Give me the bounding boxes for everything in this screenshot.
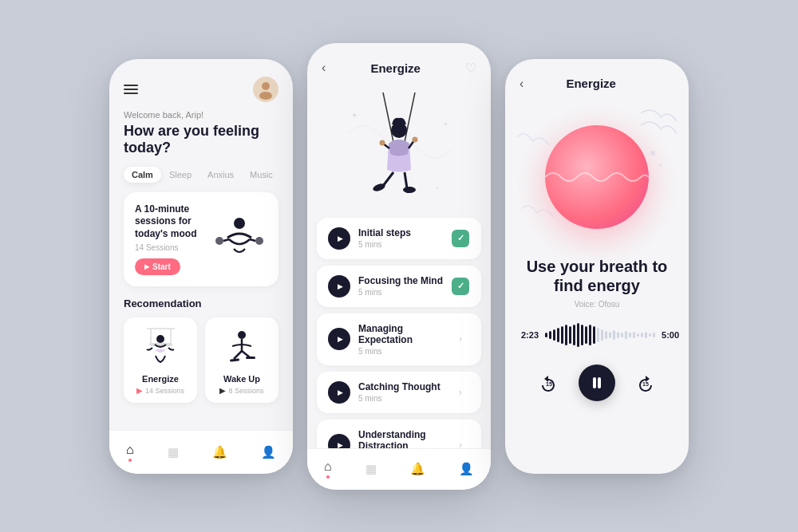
rewind-button[interactable]: 15 [534, 368, 563, 397]
svg-point-4 [215, 237, 223, 245]
player-main-text: Use your breath to find energy [524, 257, 670, 295]
svg-rect-36 [598, 377, 601, 388]
current-time: 2:23 [521, 330, 539, 340]
svg-line-21 [383, 172, 393, 186]
wakeup-sessions: ▶ 8 Sessions [213, 386, 271, 395]
player-header: ‹ Energize [505, 59, 689, 97]
back-button[interactable]: ‹ [322, 61, 326, 75]
card-sessions: 14 Sessions [135, 243, 211, 252]
nav-bell[interactable]: 🔔 [212, 445, 227, 459]
nav-home[interactable]: ⌂ [126, 443, 134, 462]
orb-area [505, 97, 689, 257]
nav-calendar[interactable]: ▦ [168, 445, 179, 459]
svg-line-22 [405, 172, 407, 188]
play-icon-1[interactable] [328, 275, 350, 298]
svg-text:✦: ✦ [351, 111, 358, 120]
avatar[interactable] [253, 77, 279, 102]
playlist-title: Energize [370, 61, 421, 75]
svg-point-1 [262, 82, 270, 90]
svg-point-3 [234, 218, 245, 229]
phone-home: Welcome back, Arip! How are you feeling … [109, 59, 293, 474]
svg-line-13 [234, 351, 242, 359]
play-icon-3[interactable] [328, 381, 350, 404]
rec-card-wakeup[interactable]: Wake Up ▶ 8 Sessions [205, 317, 279, 403]
svg-point-33 [659, 164, 662, 167]
nav-profile-2[interactable]: 👤 [459, 462, 474, 476]
phone-playlist: ‹ Energize ♡ [307, 43, 491, 490]
waveform[interactable] [545, 323, 655, 347]
recommendation-title: Recomendation [109, 298, 293, 317]
forward-button[interactable]: 15 [631, 368, 660, 397]
tab-calm[interactable]: Calm [124, 167, 161, 183]
svg-point-11 [238, 331, 246, 339]
playlist-header: ‹ Energize ♡ [307, 43, 491, 82]
player-voice: Voice: Ofosu [524, 300, 670, 309]
svg-point-10 [156, 335, 164, 343]
svg-point-2 [259, 92, 272, 100]
nav-profile[interactable]: 👤 [261, 445, 276, 459]
rec-cards-row: Energize ▶ 14 Sessions Wake Up [109, 317, 293, 403]
favorite-button[interactable]: ♡ [465, 61, 476, 76]
track-list: Initial steps 5 mins Focusing the Mind 5… [307, 218, 491, 471]
nav-calendar-2[interactable]: ▦ [365, 462, 377, 476]
track-dur-1: 5 mins [358, 288, 451, 297]
tab-sleep[interactable]: Sleep [161, 167, 200, 183]
svg-rect-16 [246, 357, 255, 359]
energize-illustration [132, 325, 189, 369]
feeling-title: How are you feeling today? [124, 123, 279, 157]
list-item-1[interactable]: Focusing the Mind 5 mins [317, 266, 481, 307]
menu-icon[interactable] [124, 85, 138, 94]
phone-player: ‹ Energize Use your breath to find energ… [505, 59, 689, 474]
svg-point-32 [650, 151, 655, 156]
tab-music[interactable]: Music [242, 167, 281, 183]
svg-text:15: 15 [642, 381, 649, 387]
player-orb [545, 125, 649, 229]
home-header [109, 59, 293, 110]
welcome-text: Welcome back, Arip! [124, 110, 279, 120]
welcome-section: Welcome back, Arip! How are you feeling … [109, 110, 293, 167]
svg-rect-9 [149, 343, 172, 346]
start-button[interactable]: Start [135, 258, 180, 275]
tab-anxius[interactable]: Anxius [200, 167, 242, 183]
playlist-hero: ✦ ✦ ✦ [307, 82, 491, 218]
play-icon-2[interactable] [328, 328, 350, 350]
wakeup-name: Wake Up [213, 374, 271, 384]
track-dur-2: 5 mins [358, 347, 451, 356]
energize-sessions: ▶ 14 Sessions [132, 386, 189, 395]
svg-text:15: 15 [546, 381, 552, 387]
list-item-3[interactable]: Catching Thought 5 mins › [317, 372, 481, 413]
bottom-nav-2: ⌂ ▦ 🔔 👤 [307, 448, 491, 490]
card-illustration [211, 215, 267, 263]
svg-point-28 [413, 136, 418, 142]
play-icon-0[interactable] [328, 227, 350, 250]
mood-tabs: Calm Sleep Anxius Music [109, 167, 293, 192]
svg-point-5 [255, 237, 263, 245]
progress-area: 2:23 5:00 [505, 317, 689, 358]
track-name-2: Managing Expectation [358, 323, 451, 345]
track-name-1: Focusing the Mind [358, 275, 451, 286]
svg-rect-15 [229, 358, 239, 361]
svg-text:✦: ✦ [435, 185, 440, 191]
total-time: 5:00 [662, 330, 679, 340]
list-item-2[interactable]: Managing Expectation 5 mins › [317, 313, 481, 365]
track-name-3: Catching Thought [358, 381, 451, 392]
completed-badge-1 [452, 278, 469, 295]
track-dur-3: 5 mins [358, 394, 451, 403]
track-dur-0: 5 mins [358, 240, 451, 249]
player-back-button[interactable]: ‹ [519, 77, 523, 91]
rec-card-energize[interactable]: Energize ▶ 14 Sessions [124, 317, 197, 403]
pause-button[interactable] [579, 365, 615, 401]
track-name-0: Initial steps [358, 227, 451, 238]
list-item-0[interactable]: Initial steps 5 mins [317, 218, 481, 259]
player-title: Energize [566, 77, 616, 90]
chevron-icon-2: › [459, 333, 462, 345]
nav-home-2[interactable]: ⌂ [324, 459, 332, 479]
svg-rect-35 [593, 377, 596, 388]
nav-bell-2[interactable]: 🔔 [410, 462, 425, 476]
svg-line-17 [383, 93, 393, 142]
svg-line-18 [405, 93, 415, 142]
chevron-icon-3: › [459, 387, 462, 398]
session-card: A 10-minute sessions for today's mood 14… [124, 192, 279, 287]
svg-line-14 [242, 351, 250, 357]
svg-text:✦: ✦ [443, 120, 448, 128]
